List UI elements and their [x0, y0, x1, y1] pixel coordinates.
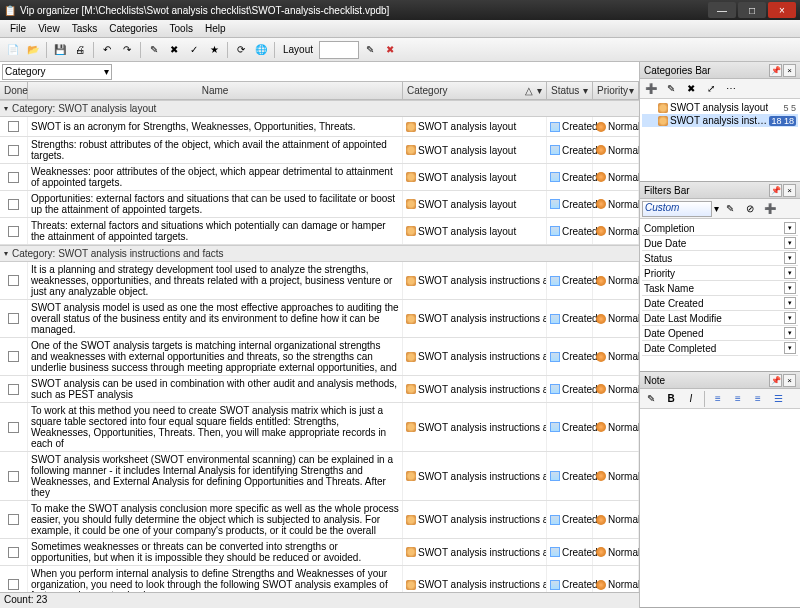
- table-row[interactable]: One of the SWOT analysis targets is matc…: [0, 338, 639, 376]
- filter-add-icon[interactable]: ➕: [761, 200, 779, 218]
- panel-close-icon[interactable]: ×: [783, 64, 796, 77]
- done-checkbox[interactable]: [8, 351, 19, 362]
- table-row[interactable]: To make the SWOT analysis conclusion mor…: [0, 501, 639, 539]
- done-checkbox[interactable]: [8, 422, 19, 433]
- filter-edit-icon[interactable]: ✎: [721, 200, 739, 218]
- star-icon[interactable]: ★: [205, 41, 223, 59]
- filter-row[interactable]: Status▾: [642, 251, 798, 266]
- save-icon[interactable]: 💾: [51, 41, 69, 59]
- cat-more-icon[interactable]: ⋯: [722, 80, 740, 98]
- note-list-icon[interactable]: ☰: [769, 390, 787, 408]
- group-header[interactable]: ▾Category: SWOT analysis layout: [0, 100, 639, 117]
- layout-apply-icon[interactable]: ✎: [361, 41, 379, 59]
- group-header[interactable]: ▾Category: SWOT analysis instructions an…: [0, 245, 639, 262]
- world-icon[interactable]: 🌐: [252, 41, 270, 59]
- filter-dropdown-icon[interactable]: ▾: [784, 342, 796, 354]
- table-row[interactable]: It is a planning and strategy developmen…: [0, 262, 639, 300]
- cat-expand-icon[interactable]: ⤢: [702, 80, 720, 98]
- filter-dropdown-icon[interactable]: ▾: [784, 267, 796, 279]
- note-align-left-icon[interactable]: ≡: [709, 390, 727, 408]
- filter-dropdown-icon[interactable]: ▾: [784, 282, 796, 294]
- done-checkbox[interactable]: [8, 471, 19, 482]
- panel-close-icon[interactable]: ×: [783, 374, 796, 387]
- menu-view[interactable]: View: [32, 21, 66, 36]
- layout-select[interactable]: [319, 41, 359, 59]
- filter-row[interactable]: Date Opened▾: [642, 326, 798, 341]
- category-tree-item[interactable]: SWOT analysis instructions and facts18 1…: [642, 114, 798, 127]
- print-icon[interactable]: 🖨: [71, 41, 89, 59]
- filter-dropdown-icon[interactable]: ▾: [784, 312, 796, 324]
- filter-row[interactable]: Due Date▾: [642, 236, 798, 251]
- maximize-button[interactable]: □: [738, 2, 766, 18]
- filter-dropdown-icon[interactable]: ▾: [784, 252, 796, 264]
- menu-categories[interactable]: Categories: [103, 21, 163, 36]
- menu-tasks[interactable]: Tasks: [66, 21, 104, 36]
- filter-row[interactable]: Task Name▾: [642, 281, 798, 296]
- note-editor[interactable]: [640, 409, 800, 607]
- panel-pin-icon[interactable]: 📌: [769, 374, 782, 387]
- filter-custom-select[interactable]: Custom: [642, 201, 712, 217]
- close-button[interactable]: ×: [768, 2, 796, 18]
- col-name[interactable]: Name: [28, 82, 403, 99]
- note-italic-icon[interactable]: I: [682, 390, 700, 408]
- table-row[interactable]: When you perform internal analysis to de…: [0, 566, 639, 592]
- layout-delete-icon[interactable]: ✖: [381, 41, 399, 59]
- filter-row[interactable]: Date Last Modifie▾: [642, 311, 798, 326]
- note-edit-icon[interactable]: ✎: [642, 390, 660, 408]
- filter-dropdown-icon[interactable]: ▾: [784, 237, 796, 249]
- chevron-down-icon[interactable]: ▾: [714, 203, 719, 214]
- table-row[interactable]: SWOT analysis can be used in combination…: [0, 376, 639, 403]
- menu-help[interactable]: Help: [199, 21, 232, 36]
- table-row[interactable]: Threats: external factors and situations…: [0, 218, 639, 245]
- col-done[interactable]: Done: [0, 82, 28, 99]
- table-row[interactable]: To work at this method you need to creat…: [0, 403, 639, 452]
- categories-tree[interactable]: SWOT analysis layout5 5SWOT analysis ins…: [640, 99, 800, 181]
- collapse-icon[interactable]: ▾: [4, 104, 8, 113]
- redo-icon[interactable]: ↷: [118, 41, 136, 59]
- category-select[interactable]: Category▾: [2, 64, 112, 80]
- panel-close-icon[interactable]: ×: [783, 184, 796, 197]
- filter-clear-icon[interactable]: ⊘: [741, 200, 759, 218]
- collapse-icon[interactable]: ▾: [4, 249, 8, 258]
- note-bold-icon[interactable]: B: [662, 390, 680, 408]
- col-status[interactable]: Status▾: [547, 82, 593, 99]
- table-row[interactable]: Opportunities: external factors and situ…: [0, 191, 639, 218]
- done-checkbox[interactable]: [8, 275, 19, 286]
- refresh-icon[interactable]: ⟳: [232, 41, 250, 59]
- delete-icon[interactable]: ✖: [165, 41, 183, 59]
- table-row[interactable]: Sometimes weaknesses or threats can be c…: [0, 539, 639, 566]
- edit-icon[interactable]: ✎: [145, 41, 163, 59]
- done-checkbox[interactable]: [8, 121, 19, 132]
- done-checkbox[interactable]: [8, 145, 19, 156]
- filter-row[interactable]: Date Created▾: [642, 296, 798, 311]
- note-align-center-icon[interactable]: ≡: [729, 390, 747, 408]
- filter-row[interactable]: Priority▾: [642, 266, 798, 281]
- cat-edit-icon[interactable]: ✎: [662, 80, 680, 98]
- undo-icon[interactable]: ↶: [98, 41, 116, 59]
- col-category[interactable]: Category△▾: [403, 82, 547, 99]
- done-checkbox[interactable]: [8, 579, 19, 590]
- filter-row[interactable]: Date Completed▾: [642, 341, 798, 356]
- menu-file[interactable]: File: [4, 21, 32, 36]
- grid-body[interactable]: ▾Category: SWOT analysis layoutSWOT is a…: [0, 100, 639, 592]
- done-checkbox[interactable]: [8, 313, 19, 324]
- table-row[interactable]: SWOT analysis model is used as one the m…: [0, 300, 639, 338]
- panel-pin-icon[interactable]: 📌: [769, 184, 782, 197]
- done-checkbox[interactable]: [8, 547, 19, 558]
- filter-dropdown-icon[interactable]: ▾: [784, 297, 796, 309]
- open-icon[interactable]: 📂: [24, 41, 42, 59]
- filter-dropdown-icon[interactable]: ▾: [784, 222, 796, 234]
- filter-row[interactable]: Completion▾: [642, 221, 798, 236]
- table-row[interactable]: Strengths: robust attributes of the obje…: [0, 137, 639, 164]
- note-align-right-icon[interactable]: ≡: [749, 390, 767, 408]
- done-checkbox[interactable]: [8, 226, 19, 237]
- menu-tools[interactable]: Tools: [164, 21, 199, 36]
- category-tree-item[interactable]: SWOT analysis layout5 5: [642, 101, 798, 114]
- done-checkbox[interactable]: [8, 172, 19, 183]
- table-row[interactable]: SWOT is an acronym for Strengths, Weakne…: [0, 117, 639, 137]
- panel-pin-icon[interactable]: 📌: [769, 64, 782, 77]
- filter-dropdown-icon[interactable]: ▾: [784, 327, 796, 339]
- cat-del-icon[interactable]: ✖: [682, 80, 700, 98]
- done-checkbox[interactable]: [8, 199, 19, 210]
- done-checkbox[interactable]: [8, 384, 19, 395]
